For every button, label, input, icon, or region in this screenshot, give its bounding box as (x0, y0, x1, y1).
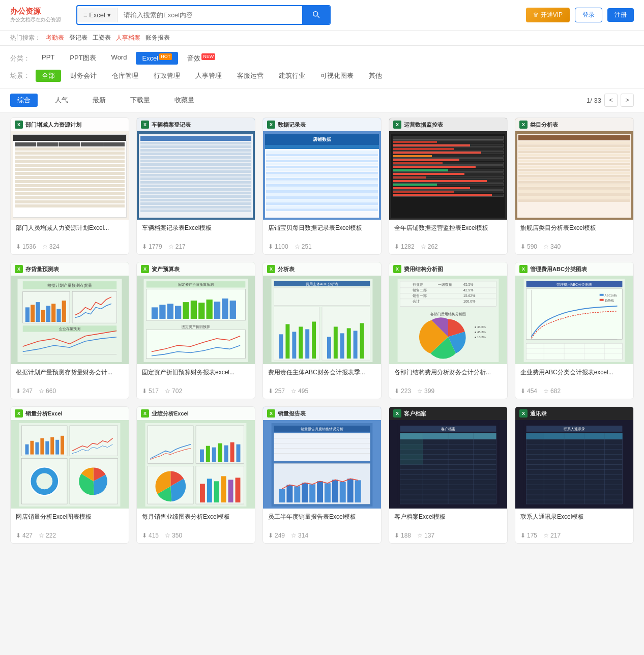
filter-audio[interactable]: 音效NEW (181, 52, 221, 65)
card-analysis[interactable]: X 分析表 费用主体ABC分析表 (262, 262, 382, 399)
card-stats: ⬇ 257 ☆ 495 (268, 388, 376, 395)
svg-rect-36 (274, 288, 370, 306)
next-page-button[interactable]: > (621, 94, 634, 107)
hot-item-3[interactable]: 人事档案 (116, 34, 140, 42)
card-data-record[interactable]: X 数据记录表 店铺数据 (262, 117, 382, 255)
scene-finance[interactable]: 财务会计 (64, 70, 103, 82)
svg-rect-12 (62, 301, 66, 322)
chart-svg: 行业差 一级数据 45.5% 销售二部 42.9% 销售一部 15.62% 合计… (391, 279, 505, 362)
scene-all[interactable]: 全部 (36, 70, 61, 82)
filters-section: 分类： PPT PPT图表 Word ExcelHOT 音效NEW 场景： 全部… (0, 46, 644, 88)
card-customer-records[interactable]: X 客户档案 客户档案 (389, 406, 508, 544)
filter-ppt[interactable]: PPT (36, 52, 61, 65)
card-stats: ⬇ 249 ☆ 314 (268, 532, 376, 539)
excel-badge: HOT (159, 53, 172, 60)
scene-other[interactable]: 其他 (363, 70, 388, 82)
card-category-analysis[interactable]: X 类目分析表 (515, 117, 634, 255)
login-button[interactable]: 登录 (575, 8, 602, 22)
svg-rect-130 (294, 487, 300, 503)
cards-row-2: X 存货量预测表 根据计划产量预测存货量 (10, 262, 634, 399)
svg-text:费用主体ABC分析表: 费用主体ABC分析表 (306, 282, 338, 286)
svg-rect-191 (526, 433, 544, 439)
card-title-bar: X 数据记录表 (263, 118, 381, 131)
card-title-bar: X 存货量预测表 (11, 262, 129, 276)
card-info: 每月销售业绩图表分析Excel模板 ⬇ 415 ☆ 350 (137, 509, 255, 543)
sort-newest[interactable]: 最新 (85, 94, 113, 107)
svg-rect-8 (41, 310, 45, 322)
sort-favorites[interactable]: 收藏量 (167, 94, 201, 107)
svg-rect-75 (600, 294, 604, 296)
card-info: 全年店铺数据运营监控表Excel模板 ⬇ 1282 ☆ 262 (389, 220, 507, 254)
svg-rect-32 (147, 330, 246, 359)
card-hr-plan[interactable]: X 部门增减人力资源计划 (10, 117, 129, 255)
card-operations-monitor[interactable]: X 运营数据监控表 (389, 117, 508, 255)
svg-text:销售一部: 销售一部 (412, 294, 427, 297)
svg-rect-167 (400, 455, 423, 460)
card-title: 车辆档案登记表 (152, 121, 191, 129)
svg-rect-39 (279, 335, 283, 359)
register-button[interactable]: 注册 (607, 8, 634, 22)
card-asset-budget[interactable]: X 资产预算表 固定资产折旧预算预测 (136, 262, 255, 399)
card-name: 联系人通讯录Excel模板 (520, 513, 628, 529)
scene-admin[interactable]: 行政管理 (148, 70, 186, 82)
card-performance-analysis[interactable]: X 业绩分析Excel (136, 406, 255, 544)
card-name: 员工半年度销量报告表Excel模板 (268, 513, 376, 529)
filter-excel[interactable]: ExcelHOT (136, 52, 178, 65)
scene-service[interactable]: 客服运营 (231, 70, 270, 82)
card-contacts[interactable]: X 通讯录 联系人通讯录 (515, 406, 634, 544)
hot-item-1[interactable]: 登记表 (69, 34, 87, 42)
svg-text:合计: 合计 (413, 300, 420, 303)
card-title-bar: X 分析表 (263, 262, 381, 276)
svg-rect-109 (230, 442, 235, 462)
download-stat: ⬇ 249 (268, 532, 285, 539)
search-type-selector[interactable]: ≡ Excel ▾ (77, 8, 118, 22)
card-stats: ⬇ 188 ☆ 137 (394, 532, 502, 539)
search-button[interactable] (302, 6, 330, 24)
scene-hr[interactable]: 人事管理 (189, 70, 228, 82)
favorite-stat: ☆ 682 (543, 388, 561, 395)
svg-text:管理费用ABC分类图表: 管理费用ABC分类图表 (557, 283, 592, 286)
card-stats: ⬇ 1100 ☆ 251 (268, 243, 376, 250)
download-stat: ⬇ 175 (520, 532, 537, 539)
card-title-bar: X 通讯录 (515, 407, 633, 420)
card-title: 运营数据监控表 (404, 121, 443, 129)
sort-downloads[interactable]: 下载量 (123, 94, 157, 107)
excel-icon: X (15, 121, 23, 129)
card-cost-structure[interactable]: X 费用结构分析图 行业差 一级数据 45.5% 销售二部 (389, 262, 508, 399)
svg-rect-49 (354, 331, 358, 359)
hot-item-2[interactable]: 工资表 (93, 34, 111, 42)
sort-popular[interactable]: 人气 (48, 94, 75, 107)
excel-icon: X (267, 265, 275, 273)
card-sales-analysis[interactable]: X 销量分析Excel (10, 406, 129, 544)
vip-button[interactable]: ♛ 开通VIP (526, 8, 570, 22)
svg-rect-29 (222, 299, 228, 319)
card-abc-chart[interactable]: X 管理费用ABC分类图表 管理费用ABC分类图表 (515, 262, 634, 399)
filter-word[interactable]: Word (105, 52, 133, 65)
search-input[interactable] (118, 8, 302, 22)
excel-icon: X (519, 121, 528, 129)
card-thumbnail-content: 固定资产折旧预算预测 固定资产折旧预算 (137, 277, 255, 364)
scene-visual[interactable]: 可视化图表 (314, 70, 360, 82)
search-type-label: ≡ Excel (83, 11, 105, 19)
svg-rect-168 (400, 460, 423, 465)
card-vehicle-record[interactable]: X 车辆档案登记表 (136, 117, 255, 255)
scene-warehouse[interactable]: 仓库管理 (106, 70, 144, 82)
scene-construction[interactable]: 建筑行业 (273, 70, 311, 82)
svg-rect-42 (299, 327, 303, 359)
grid-container: X 部门增减人力资源计划 (0, 117, 644, 561)
sort-comprehensive[interactable]: 综合 (10, 94, 38, 107)
filter-ppt-chart[interactable]: PPT图表 (64, 52, 102, 65)
excel-icon: X (267, 121, 275, 129)
card-name: 网店销量分析Excel图表模板 (16, 513, 124, 529)
svg-rect-5 (25, 308, 30, 322)
card-sales-report[interactable]: X 销量报告表 销量报告月度销售情况分析 (262, 406, 382, 544)
prev-page-button[interactable]: < (604, 94, 618, 107)
hot-item-0[interactable]: 考勤表 (46, 34, 64, 42)
svg-rect-163 (474, 433, 496, 439)
svg-rect-113 (200, 484, 205, 503)
hot-item-4[interactable]: 账务报表 (145, 34, 170, 42)
excel-icon: X (519, 265, 528, 273)
card-thumbnail-content (137, 132, 255, 220)
card-inventory-forecast[interactable]: X 存货量预测表 根据计划产量预测存货量 (10, 262, 129, 399)
svg-rect-115 (214, 482, 219, 503)
